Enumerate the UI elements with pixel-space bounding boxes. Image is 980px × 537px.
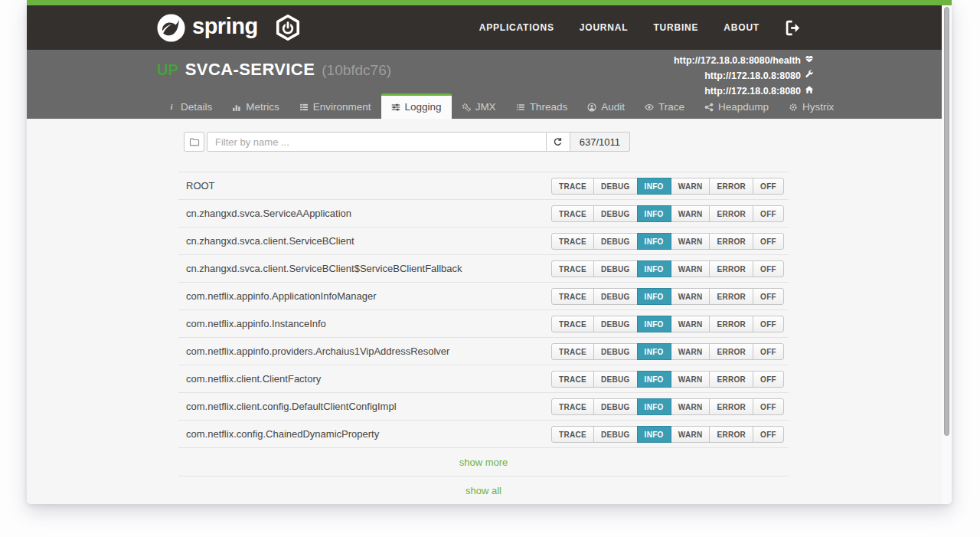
- level-button-group: TRACEDEBUGINFOWARNERROROFF: [551, 426, 784, 443]
- level-debug-button[interactable]: DEBUG: [593, 288, 638, 305]
- refresh-button[interactable]: [547, 132, 570, 152]
- level-off-button[interactable]: OFF: [753, 426, 784, 443]
- level-info-button[interactable]: INFO: [637, 260, 671, 277]
- tab-threads[interactable]: Threads: [506, 93, 578, 119]
- tab-bar: iDetailsMetricsEnvironmentLoggingJMXThre…: [157, 93, 844, 119]
- service-urls: http://172.18.0.8:8080/healthhttp://172.…: [674, 53, 814, 99]
- main-nav: APPLICATIONSJOURNALTURBINEABOUT: [479, 22, 760, 33]
- tab-details[interactable]: iDetails: [157, 93, 222, 119]
- service-url[interactable]: http://172.18.0.8:8080/health: [674, 53, 814, 68]
- level-off-button[interactable]: OFF: [753, 178, 784, 195]
- level-debug-button[interactable]: DEBUG: [593, 426, 638, 443]
- level-trace-button[interactable]: TRACE: [551, 233, 594, 250]
- level-off-button[interactable]: OFF: [753, 316, 784, 332]
- folder-button[interactable]: [184, 132, 204, 152]
- level-error-button[interactable]: ERROR: [709, 398, 753, 415]
- logger-row: com.netflix.appinfo.providers.Archaius1V…: [178, 338, 789, 365]
- level-trace-button[interactable]: TRACE: [551, 288, 594, 305]
- level-off-button[interactable]: OFF: [753, 343, 784, 360]
- level-info-button[interactable]: INFO: [637, 288, 671, 305]
- level-warn-button[interactable]: WARN: [671, 288, 710, 305]
- tab-label: Details: [181, 101, 212, 113]
- service-url[interactable]: http://172.18.0.8:8080: [674, 68, 814, 83]
- level-warn-button[interactable]: WARN: [671, 316, 710, 332]
- level-warn-button[interactable]: WARN: [671, 426, 710, 443]
- nav-item-journal[interactable]: JOURNAL: [580, 22, 629, 33]
- show-more-link[interactable]: show more: [459, 457, 508, 468]
- info-icon: i: [167, 103, 176, 112]
- level-trace-button[interactable]: TRACE: [551, 426, 594, 443]
- level-error-button[interactable]: ERROR: [709, 205, 753, 222]
- level-warn-button[interactable]: WARN: [671, 260, 710, 277]
- level-trace-button[interactable]: TRACE: [551, 398, 594, 415]
- level-error-button[interactable]: ERROR: [709, 371, 753, 388]
- sign-out-icon[interactable]: [785, 19, 802, 37]
- tab-logging[interactable]: Logging: [381, 93, 452, 119]
- level-debug-button[interactable]: DEBUG: [593, 316, 638, 332]
- level-info-button[interactable]: INFO: [637, 205, 671, 222]
- level-off-button[interactable]: OFF: [753, 371, 784, 388]
- logger-name: ROOT: [186, 180, 215, 192]
- logger-name: com.netflix.client.ClientFactory: [186, 373, 321, 385]
- tab-metrics[interactable]: Metrics: [222, 93, 289, 119]
- level-info-button[interactable]: INFO: [637, 233, 671, 250]
- level-debug-button[interactable]: DEBUG: [593, 398, 638, 415]
- level-info-button[interactable]: INFO: [637, 398, 671, 415]
- level-off-button[interactable]: OFF: [753, 398, 784, 415]
- level-error-button[interactable]: ERROR: [709, 288, 753, 305]
- show-all-row: show all: [178, 476, 789, 505]
- level-trace-button[interactable]: TRACE: [551, 205, 594, 222]
- nav-item-applications[interactable]: APPLICATIONS: [479, 22, 554, 33]
- level-warn-button[interactable]: WARN: [671, 343, 710, 360]
- level-off-button[interactable]: OFF: [753, 288, 784, 305]
- tab-hystrix[interactable]: Hystrix: [779, 93, 844, 119]
- level-info-button[interactable]: INFO: [637, 343, 671, 360]
- level-warn-button[interactable]: WARN: [671, 371, 710, 388]
- tab-heapdump[interactable]: Heapdump: [694, 93, 779, 119]
- level-off-button[interactable]: OFF: [753, 233, 784, 250]
- brand-logo[interactable]: spring: [157, 14, 302, 42]
- tab-jmx[interactable]: JMX: [452, 93, 506, 119]
- nav-item-turbine[interactable]: TURBINE: [653, 22, 698, 33]
- scrollbar-thumb[interactable]: [944, 7, 949, 436]
- level-debug-button[interactable]: DEBUG: [593, 343, 638, 360]
- scrollbar[interactable]: [942, 5, 952, 504]
- level-info-button[interactable]: INFO: [637, 178, 671, 195]
- tab-label: Threads: [530, 101, 568, 113]
- filter-input[interactable]: [207, 132, 547, 152]
- tab-label: Heapdump: [718, 101, 769, 113]
- level-trace-button[interactable]: TRACE: [551, 343, 594, 360]
- level-error-button[interactable]: ERROR: [709, 343, 753, 360]
- level-debug-button[interactable]: DEBUG: [593, 233, 638, 250]
- level-error-button[interactable]: ERROR: [709, 426, 753, 443]
- tab-environment[interactable]: Environment: [289, 93, 381, 119]
- level-error-button[interactable]: ERROR: [709, 316, 753, 332]
- level-warn-button[interactable]: WARN: [671, 233, 710, 250]
- level-error-button[interactable]: ERROR: [709, 178, 753, 195]
- level-info-button[interactable]: INFO: [637, 426, 671, 443]
- level-debug-button[interactable]: DEBUG: [593, 371, 638, 388]
- level-debug-button[interactable]: DEBUG: [593, 178, 638, 195]
- level-info-button[interactable]: INFO: [637, 316, 671, 332]
- level-debug-button[interactable]: DEBUG: [593, 205, 638, 222]
- nav-item-about[interactable]: ABOUT: [724, 22, 760, 33]
- level-error-button[interactable]: ERROR: [709, 233, 753, 250]
- eye-icon: [645, 103, 654, 112]
- level-warn-button[interactable]: WARN: [671, 205, 710, 222]
- level-error-button[interactable]: ERROR: [709, 260, 753, 277]
- show-all-link[interactable]: show all: [466, 485, 501, 496]
- level-off-button[interactable]: OFF: [753, 260, 784, 277]
- level-button-group: TRACEDEBUGINFOWARNERROROFF: [551, 288, 784, 305]
- level-warn-button[interactable]: WARN: [671, 398, 710, 415]
- level-trace-button[interactable]: TRACE: [551, 371, 594, 388]
- level-trace-button[interactable]: TRACE: [551, 178, 594, 195]
- level-warn-button[interactable]: WARN: [671, 178, 710, 195]
- tab-trace[interactable]: Trace: [635, 93, 694, 119]
- level-off-button[interactable]: OFF: [753, 205, 784, 222]
- tab-audit[interactable]: Audit: [577, 93, 635, 119]
- level-info-button[interactable]: INFO: [637, 371, 671, 388]
- level-debug-button[interactable]: DEBUG: [593, 260, 638, 277]
- level-trace-button[interactable]: TRACE: [551, 316, 594, 332]
- page: spring APPLICATIONSJOURNALTURBINEABOUT U…: [0, 0, 980, 537]
- level-trace-button[interactable]: TRACE: [551, 260, 594, 277]
